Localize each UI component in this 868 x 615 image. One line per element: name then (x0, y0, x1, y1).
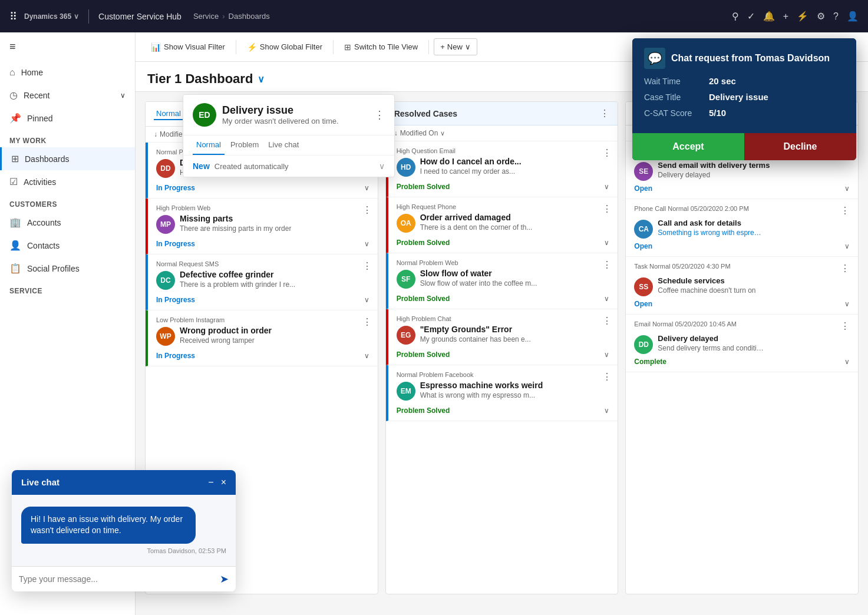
notif-title: Chat request from Tomas Davidson (671, 53, 830, 64)
new-button[interactable]: + New ∨ (434, 38, 477, 55)
case-card-order-damaged: High Request Phone ⋮ OA Order arrived da… (386, 197, 618, 253)
sidebar-section-service: Service (0, 280, 135, 297)
act-more-3[interactable]: ⋮ (840, 320, 850, 332)
act-chevron-2[interactable]: ∨ (844, 300, 850, 308)
col2-more-icon[interactable]: ⋮ (600, 108, 609, 119)
sidebar-item-home[interactable]: ⌂ Home (0, 61, 135, 84)
notif-case-title-row: Case Title Delivery issue (644, 92, 844, 102)
col2-chevron-0[interactable]: ∨ (604, 183, 609, 191)
sidebar-item-recent-label: Recent (24, 91, 49, 100)
show-visual-filter-button[interactable]: 📊 Show Visual Filter (145, 39, 231, 55)
case-chevron-3[interactable]: ∨ (364, 352, 369, 360)
case-title-3[interactable]: Wrong product in order (180, 326, 272, 335)
chat-minimize-button[interactable]: − (208, 477, 213, 488)
col2-sort-row: ↓ Modified On ∨ (386, 125, 618, 141)
user-icon[interactable]: 👤 (847, 11, 859, 22)
settings-icon[interactable]: ⚙ (817, 11, 825, 22)
popup-tab-problem[interactable]: Problem (227, 135, 262, 155)
avatar-ca: CA (634, 220, 653, 239)
check-icon[interactable]: ✓ (747, 11, 755, 22)
col2-sort-label[interactable]: Modified On (400, 129, 438, 137)
chat-send-button[interactable]: ➤ (220, 573, 229, 586)
col2-more-4[interactable]: ⋮ (602, 371, 612, 382)
nav-divider (88, 9, 89, 24)
sidebar-item-accounts[interactable]: 🏢 Accounts (0, 211, 135, 234)
case-status-row-0: In Progress ∨ (156, 181, 369, 192)
brand-name[interactable]: Dynamics 365 ∨ (24, 12, 79, 21)
act-title-0[interactable]: Send email with delivery terms (658, 161, 770, 170)
breadcrumb-service[interactable]: Service (193, 12, 219, 21)
sidebar-item-dashboards[interactable]: ⊞ Dashboards (0, 147, 135, 170)
col2-sort-chevron: ∨ (440, 130, 445, 137)
sidebar-item-contacts[interactable]: 👤 Contacts (0, 234, 135, 257)
act-title-1[interactable]: Call and ask for details (658, 219, 764, 227)
case-popup-status: New Created automatically ∨ (193, 161, 385, 171)
popup-expand-icon[interactable]: ∨ (379, 161, 385, 171)
notif-case-title-label: Case Title (644, 92, 709, 102)
col2-more-1[interactable]: ⋮ (602, 203, 612, 214)
nav-module[interactable]: Customer Service Hub (98, 12, 181, 21)
popup-tab-livechat[interactable]: Live chat (265, 135, 302, 155)
col2-title-0[interactable]: How do I cancel an orde... (420, 157, 522, 166)
case-popup-more-icon[interactable]: ⋮ (374, 108, 385, 121)
case-meta-1: High Problem Web ⋮ (156, 204, 369, 211)
act-more-1[interactable]: ⋮ (840, 205, 850, 216)
show-global-filter-button[interactable]: ⚡ Show Global Filter (241, 39, 328, 55)
case-chevron-2[interactable]: ∨ (364, 296, 369, 304)
col2-chevron-4[interactable]: ∨ (604, 406, 609, 415)
chat-close-button[interactable]: × (221, 477, 226, 488)
filter-icon[interactable]: ⚡ (797, 11, 808, 22)
col2-title-3[interactable]: "Empty Grounds" Error (420, 325, 531, 334)
col2-chevron-1[interactable]: ∨ (604, 239, 609, 247)
sidebar-item-recent[interactable]: ◷ Recent ∨ (0, 84, 135, 107)
sidebar-item-pinned[interactable]: 📌 Pinned (0, 107, 135, 130)
act-title-2[interactable]: Schedule services (658, 276, 755, 285)
case-more-2[interactable]: ⋮ (362, 260, 372, 272)
case-text-1: Missing parts There are missing parts in… (180, 214, 291, 233)
popup-tab-normal[interactable]: Normal (193, 135, 225, 155)
sidebar-item-social-profiles[interactable]: 📋 Social Profiles (0, 257, 135, 280)
col2-title-4[interactable]: Espresso machine works weird (420, 381, 543, 390)
recent-chevron: ∨ (120, 91, 126, 100)
case-popup: ED Delivery issue My order wasn't delive… (183, 94, 395, 177)
col2-more-3[interactable]: ⋮ (602, 315, 612, 326)
case-title-2[interactable]: Defective coffee grinder (180, 270, 295, 279)
act-chevron-0[interactable]: ∨ (844, 184, 850, 193)
col2-title-1[interactable]: Order arrived damaged (420, 213, 533, 222)
sidebar-item-activities[interactable]: ☑ Activities (0, 170, 135, 193)
col2-title-2[interactable]: Slow flow of water (420, 269, 537, 278)
col2-chevron-2[interactable]: ∨ (604, 295, 609, 303)
filter2-icon: ⚡ (247, 42, 257, 52)
decline-button[interactable]: Decline (744, 133, 856, 160)
col2-more-0[interactable]: ⋮ (602, 147, 612, 158)
case-chevron-1[interactable]: ∨ (364, 240, 369, 248)
breadcrumb-page[interactable]: Dashboards (229, 12, 270, 21)
case-more-3[interactable]: ⋮ (362, 316, 372, 328)
col1-tab-normal[interactable]: Normal (154, 108, 183, 120)
help-icon[interactable]: ? (833, 11, 839, 22)
case-more-1[interactable]: ⋮ (362, 204, 372, 216)
act-chevron-3[interactable]: ∨ (844, 358, 850, 366)
col2-header: Resolved Cases ⋮ (386, 102, 618, 125)
case-popup-tabs: Normal Problem Live chat (183, 135, 394, 156)
grid-icon[interactable]: ⠿ (9, 10, 17, 23)
act-chevron-1[interactable]: ∨ (844, 242, 850, 250)
case-popup-title[interactable]: Delivery issue (222, 104, 339, 117)
sidebar-menu-toggle[interactable]: ≡ (0, 32, 135, 61)
accept-button[interactable]: Accept (632, 133, 744, 160)
search-icon[interactable]: ⚲ (732, 11, 739, 22)
case-chevron-0[interactable]: ∨ (364, 184, 369, 192)
chat-input[interactable] (19, 574, 215, 584)
col2-chevron-3[interactable]: ∨ (604, 351, 609, 359)
accounts-icon: 🏢 (9, 217, 21, 228)
act-more-2[interactable]: ⋮ (840, 263, 850, 274)
case-title-1[interactable]: Missing parts (180, 214, 291, 223)
act-title-3[interactable]: Delivery delayed (658, 334, 764, 343)
recent-icon: ◷ (9, 90, 18, 101)
chat-message: Hi! I have an issue with delivery. My or… (21, 507, 196, 544)
switch-tile-view-button[interactable]: ⊞ Switch to Tile View (338, 39, 424, 55)
dashboard-chevron[interactable]: ∨ (258, 74, 265, 85)
plus-icon[interactable]: + (783, 11, 788, 22)
bell-icon[interactable]: 🔔 (763, 11, 775, 22)
col2-more-2[interactable]: ⋮ (602, 259, 612, 270)
